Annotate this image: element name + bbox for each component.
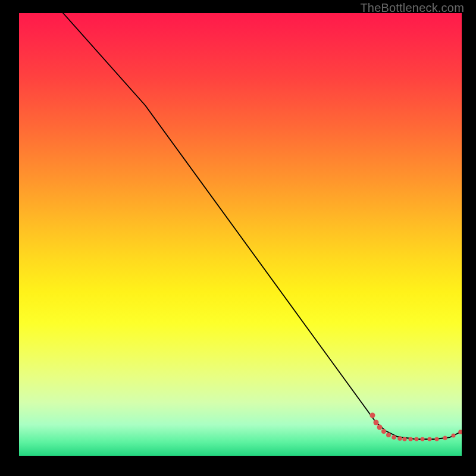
chart-stage: TheBottleneck.com bbox=[0, 0, 476, 476]
data-point-marker bbox=[443, 436, 447, 440]
data-point-marker bbox=[374, 420, 379, 425]
data-point-marker bbox=[452, 434, 456, 438]
data-point-marker bbox=[392, 435, 396, 440]
data-point-marker bbox=[408, 437, 412, 441]
markers-group bbox=[370, 413, 462, 441]
data-point-marker bbox=[415, 437, 419, 441]
data-point-marker bbox=[370, 413, 375, 418]
data-point-marker bbox=[428, 437, 432, 441]
data-point-marker bbox=[435, 437, 439, 441]
plot-area bbox=[19, 13, 462, 456]
data-point-marker bbox=[386, 433, 391, 437]
data-point-marker bbox=[381, 429, 386, 434]
data-point-marker bbox=[397, 436, 402, 441]
data-point-marker bbox=[377, 425, 383, 430]
data-point-marker bbox=[421, 437, 425, 441]
chart-svg bbox=[19, 13, 462, 456]
curve-line bbox=[63, 13, 462, 439]
data-point-marker bbox=[402, 437, 406, 441]
data-point-marker bbox=[458, 430, 462, 434]
